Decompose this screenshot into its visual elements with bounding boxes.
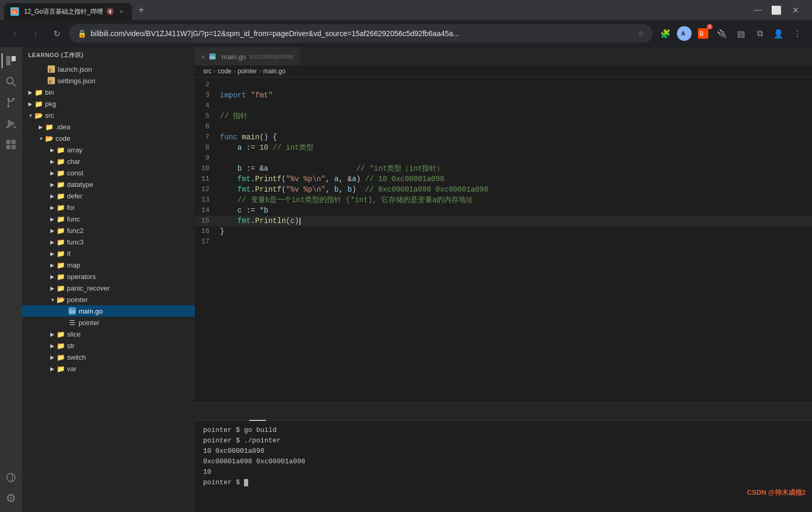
- switch-arrow: ▶: [48, 353, 57, 361]
- tree-item-func[interactable]: ▶ 📁 func: [22, 213, 195, 225]
- nav-actions: 🧩 A B 3 🔌 ▤ ⧉ 👤 ⋮: [657, 25, 806, 42]
- func3-arrow: ▶: [48, 238, 57, 246]
- editor-area: × Go main.go src/code/pointer src › code…: [195, 47, 812, 512]
- slice-arrow: ▶: [48, 330, 57, 338]
- workspace-title: LEARNGO (工作区): [28, 51, 84, 59]
- tab-debug-console[interactable]: [232, 403, 249, 421]
- tree-item-pointer[interactable]: ▾ 📂 pointer: [22, 294, 195, 305]
- breadcrumb-pointer[interactable]: pointer: [238, 68, 257, 75]
- run-debug-icon[interactable]: [2, 114, 20, 133]
- forward-button[interactable]: ›: [27, 25, 44, 42]
- breadcrumb-src[interactable]: src: [203, 68, 212, 75]
- terminal-line-3: 10 0xc00001a098: [203, 446, 804, 457]
- terminal-content[interactable]: pointer $ go build pointer $ ./pointer 1…: [195, 421, 812, 512]
- remote-icon[interactable]: [2, 468, 20, 487]
- tree-item-launch-json[interactable]: {} launch.json: [22, 63, 195, 75]
- minimize-button[interactable]: —: [749, 2, 766, 18]
- tree-item-char[interactable]: ▶ 📁 char: [22, 155, 195, 167]
- tab-problems[interactable]: [199, 403, 216, 421]
- tree-item-src[interactable]: ▾ 📂 src: [22, 109, 195, 121]
- code-arrow: ▾: [37, 134, 45, 142]
- tree-item-slice[interactable]: ▶ 📁 slice: [22, 328, 195, 340]
- extensions-activity-icon[interactable]: [2, 135, 20, 154]
- tree-item-const[interactable]: ▶ 📁 const: [22, 167, 195, 179]
- tab-close-button[interactable]: ×: [117, 7, 126, 16]
- terminal-tabs: [195, 403, 812, 421]
- search-icon[interactable]: [2, 72, 20, 91]
- line-content-7: func main() {: [216, 132, 812, 142]
- for-folder-icon: 📁: [57, 203, 65, 212]
- tree-item-func3[interactable]: ▶ 📁 func3: [22, 236, 195, 248]
- tree-item-datatype[interactable]: ▶ 📁 datatype: [22, 179, 195, 190]
- notification-badge: 3: [707, 24, 713, 29]
- svg-point-12: [13, 98, 15, 100]
- tree-item-func2[interactable]: ▶ 📁 func2: [22, 225, 195, 236]
- profile-button[interactable]: A: [676, 25, 693, 42]
- new-tab-button[interactable]: +: [134, 3, 149, 17]
- lock-icon: 🔒: [77, 29, 86, 38]
- tree-item-if[interactable]: ▶ 📁 if: [22, 248, 195, 259]
- code-folder-icon: 📂: [45, 134, 53, 142]
- svg-text:{}: {}: [49, 68, 52, 72]
- datatype-folder-icon: 📁: [57, 180, 65, 188]
- tree-item-panic-recover[interactable]: ▶ 📁 panic_recover: [22, 282, 195, 294]
- source-control-icon[interactable]: [2, 93, 20, 112]
- tree-item-switch[interactable]: ▶ 📁 switch: [22, 351, 195, 363]
- line-num-17: 17: [195, 237, 216, 247]
- svg-text:Go: Go: [69, 309, 75, 314]
- svg-rect-15: [6, 126, 8, 128]
- tree-item-operators[interactable]: ▶ 📁 operators: [22, 271, 195, 282]
- tree-item-code[interactable]: ▾ 📂 code: [22, 132, 195, 144]
- tree-item-pointer-binary[interactable]: ☰ pointer: [22, 317, 195, 328]
- char-folder-icon: 📁: [57, 157, 65, 165]
- breadcrumb-code[interactable]: code: [218, 68, 231, 75]
- svg-text:A: A: [681, 30, 685, 37]
- launch-json-label: launch.json: [58, 65, 92, 73]
- idea-folder-icon: 📁: [45, 123, 53, 131]
- address-bar[interactable]: 🔒 bilibili.com/video/BV1ZJ411W7jG/?p=12&…: [69, 24, 653, 43]
- back-button[interactable]: ‹: [6, 25, 23, 42]
- maximize-button[interactable]: ⬜: [768, 2, 785, 18]
- json-file-icon: {}: [47, 65, 55, 73]
- tree-item-for[interactable]: ▶ 📁 for: [22, 202, 195, 213]
- split-view-icon[interactable]: ⧉: [751, 25, 768, 42]
- close-button[interactable]: ✕: [787, 2, 804, 18]
- tree-item-idea[interactable]: ▶ 📁 .idea: [22, 121, 195, 132]
- tab-close-main[interactable]: × Go main.go src/code/pointer: [195, 47, 301, 65]
- tree-item-map[interactable]: ▶ 📁 map: [22, 259, 195, 271]
- tab-audio-icon[interactable]: 🔇: [106, 8, 114, 15]
- active-tab[interactable]: B 12_Go语言基础之指针_哔哩 🔇 ×: [4, 3, 132, 20]
- tree-item-defer[interactable]: ▶ 📁 defer: [22, 190, 195, 202]
- bin-arrow: ▶: [26, 88, 35, 96]
- tab-terminal[interactable]: [249, 403, 266, 421]
- tree-item-pkg[interactable]: ▶ 📁 pkg: [22, 98, 195, 109]
- user-profile-icon[interactable]: 👤: [770, 25, 787, 42]
- code-editor[interactable]: 2 3 import "fmt" 4 5 // 指针 6: [195, 77, 812, 402]
- explorer-icon[interactable]: [2, 51, 20, 70]
- tree-item-str[interactable]: ▶ 📁 str: [22, 340, 195, 351]
- sidebar-toggle-icon[interactable]: ▤: [732, 25, 749, 42]
- tree-item-settings-json[interactable]: {} settings.json: [22, 75, 195, 86]
- tree-item-bin[interactable]: ▶ 📁 bin: [22, 86, 195, 98]
- tree-item-var[interactable]: ▶ 📁 var: [22, 363, 195, 374]
- tree-item-array[interactable]: ▶ 📁 array: [22, 144, 195, 155]
- line-content-8: a := 10 // int类型: [216, 142, 812, 153]
- extensions-manager-icon[interactable]: 🔌: [714, 25, 730, 42]
- extensions-icon[interactable]: 🧩: [657, 25, 674, 42]
- for-arrow: ▶: [48, 203, 57, 212]
- line-content-11: fmt.Printf("%v %p\n", a, &a) // 10 0xc00…: [216, 174, 812, 184]
- tab-bar: B 12_Go语言基础之指针_哔哩 🔇 × + — ⬜ ✕: [0, 0, 812, 20]
- line-num-10: 10: [195, 163, 216, 174]
- tab-output[interactable]: [216, 403, 232, 421]
- menu-icon[interactable]: ⋮: [789, 25, 806, 42]
- pkg-arrow: ▶: [26, 99, 35, 108]
- settings-icon[interactable]: ⚙: [2, 489, 20, 508]
- const-arrow: ▶: [48, 169, 57, 177]
- tree-item-main-go[interactable]: Go main.go: [22, 305, 195, 317]
- reload-button[interactable]: ↻: [48, 25, 65, 42]
- char-label: char: [67, 158, 80, 165]
- bookmark-icon[interactable]: ☆: [638, 29, 644, 38]
- breadcrumb-maingo[interactable]: main.go: [263, 68, 286, 75]
- code-line-9: 9: [195, 153, 812, 163]
- line-content-13: // 变量b是一个int类型的指针 (*int), 它存储的是变量a的内存地址: [216, 195, 812, 205]
